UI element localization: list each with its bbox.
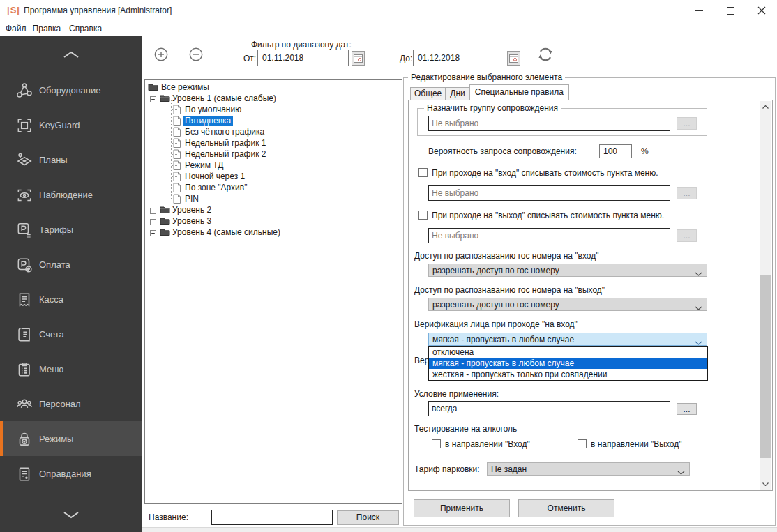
maximize-button[interactable] [718,0,742,21]
tree-connector-line [153,89,153,232]
sidebar: ОборудованиеKeyGuardПланыНаблюдениеТариф… [0,36,142,532]
close-icon [757,6,766,15]
tree-item-недельный-график-2[interactable]: Недельный график 2 [145,149,402,160]
minimize-button[interactable] [687,0,711,21]
sidebar-item-10[interactable]: Персонал [0,386,142,421]
remove-button[interactable] [189,47,203,61]
tree-item-без-ч-ткого-графика[interactable]: Без чёткого графика [145,126,402,137]
sidebar-item-3[interactable]: Планы [0,142,142,177]
sidebar-item-1[interactable]: Оборудование [0,73,142,107]
alcohol-in-label: в направлении "Вход" [445,439,530,449]
tree-item-уровень-1-самые-слабые-[interactable]: Уровень 1 (самые слабые) [145,93,402,104]
sidebar-item-6[interactable]: Оплата [0,247,142,282]
face-in-dropdown[interactable]: мягкая - пропускать в любом случае [428,333,707,346]
plate-in-dropdown[interactable]: разрешать доступ по гос номеру [428,264,707,277]
tree-item-уровень-2[interactable]: Уровень 2 [145,204,402,215]
plate-in-label: Доступ по распознаванию гос номера на "в… [414,251,599,261]
excuses-icon [15,465,32,482]
dropdown-option-1[interactable]: отключена [429,347,707,358]
name-search-label: Название: [149,512,188,522]
vertical-scrollbar[interactable] [760,101,771,490]
payment-icon [15,256,32,273]
sidebar-scroll-up[interactable] [0,36,142,73]
bottom-strip [142,527,777,532]
exit-menu-field[interactable]: Не выбрано [428,228,670,243]
tree-item-по-зоне-архив-[interactable]: По зоне "Архив" [145,182,402,193]
date-to-calendar-button[interactable] [507,51,520,66]
tab-2[interactable]: Дни [446,87,469,100]
sidebar-item-7[interactable]: Касса [0,282,142,317]
sidebar-item-12[interactable]: Оправдания [0,456,142,491]
cancel-button[interactable]: Отменить [518,499,614,517]
menu-item-2[interactable]: Справка [69,24,102,33]
dropdown-option-2[interactable]: мягкая - пропускать в любом случае [429,358,707,369]
tree-connector-line [172,165,177,166]
date-from-input[interactable]: 01.11.2018 [257,50,349,66]
dropdown-option-3[interactable]: жесткая - пропускать только при совпаден… [429,369,707,380]
condition-browse-button[interactable]: ... [677,403,697,415]
alcohol-out-label: в направлении "Выход" [591,439,681,449]
refresh-button[interactable] [537,46,554,63]
menu-item-1[interactable]: Правка [33,24,61,33]
tab-1[interactable]: Общее [410,87,446,100]
scroll-up-arrow[interactable] [760,101,771,113]
sidebar-item-5[interactable]: Тарифы [0,212,142,247]
tree-item-pin[interactable]: PIN [145,193,402,204]
scrollbar-thumb[interactable] [760,275,771,458]
sidebar-scroll-down[interactable] [0,496,142,532]
tree-item-недельный-график-1[interactable]: Недельный график 1 [145,137,402,149]
title-bar: |S| Программа управления [Administrator] [0,0,777,21]
escort-group-field[interactable]: Не выбрано [428,116,670,131]
plate-out-dropdown[interactable]: разрешать доступ по гос номеру [428,298,707,311]
scroll-down-arrow[interactable] [760,478,771,490]
tree-connector-line [172,121,177,121]
tree-item-уровень-4-самые-сильные-[interactable]: Уровень 4 (самые сильные) [145,227,402,238]
sidebar-item-9[interactable]: Меню [0,351,142,386]
date-filter-label: Фильтр по диапазону дат: [251,40,352,50]
editor-groupbox: Редактирование выбранного элемента Общее… [403,77,776,526]
alcohol-title: Тестирование на алкоголь [414,424,517,434]
exit-menu-browse-button: ... [677,229,697,242]
exit-menu-checkbox[interactable] [418,211,428,220]
date-from-calendar-button[interactable] [352,51,365,66]
date-to-input[interactable]: 01.12.2018 [413,50,504,66]
probability-input[interactable]: 100 [599,144,632,158]
alcohol-out-checkbox[interactable] [578,439,587,448]
tree-item-режим-тд[interactable]: Режим ТД [145,160,402,171]
name-search-input[interactable] [211,510,333,525]
tree-item-все-режимы[interactable]: Все режимы [145,82,402,93]
tree-item-ночной-через-1[interactable]: Ночной через 1 [145,171,402,182]
menu-bar: ФайлПравкаСправка [0,21,777,36]
escort-group-browse-button: ... [677,117,697,130]
apply-button[interactable]: Применить [414,499,510,517]
keyguard-icon [15,116,32,133]
close-button[interactable] [750,0,774,21]
tree-item-по-умолчанию[interactable]: По умолчанию [145,104,402,115]
add-button[interactable] [154,47,168,61]
app-logo-icon: |S| [7,5,20,15]
alcohol-in-checkbox[interactable] [432,439,441,448]
sidebar-item-11[interactable]: Режимы [0,421,142,456]
search-button[interactable]: Поиск [337,510,399,525]
menu-item-0[interactable]: Файл [6,24,27,33]
entry-menu-checkbox[interactable] [418,168,428,177]
sidebar-item-4[interactable]: Наблюдение [0,177,142,212]
entry-menu-label: При проходе на "вход" списывать стоимост… [432,168,658,178]
entry-menu-field[interactable]: Не выбрано [428,185,670,201]
date-to-label: До: [400,54,412,63]
condition-label: Условие применения: [414,389,499,399]
tree-connector-line [172,154,177,155]
calendar-icon [509,54,518,63]
tree-item-уровень-3[interactable]: Уровень 3 [145,215,402,227]
tab-3[interactable]: Специальные правила [469,84,569,100]
escort-group-title: Назначить группу сопровождения [424,103,561,113]
sidebar-item-8[interactable]: Счета [0,317,142,351]
probability-label: Вероятность запроса сопровождения: [428,146,577,156]
sidebar-item-2[interactable]: KeyGuard [0,107,142,142]
staff-icon [15,395,32,412]
tree-item-пятидневка[interactable]: Пятидневка [145,115,402,126]
parking-dropdown[interactable]: Не задан [487,462,690,476]
condition-field[interactable]: всегда [428,401,670,416]
minus-circle-icon [189,47,203,61]
cashier-icon [15,291,32,307]
